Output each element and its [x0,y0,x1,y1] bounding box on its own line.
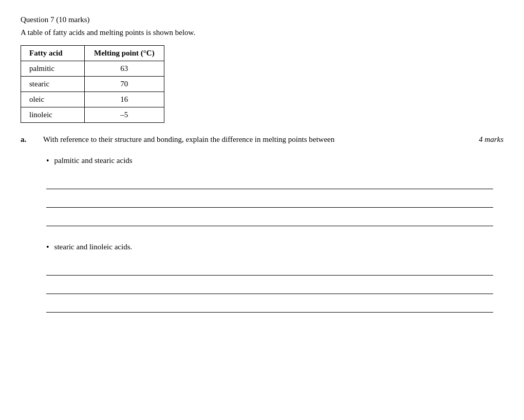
answer-line-1b[interactable] [46,189,493,208]
answer-line-1a[interactable] [46,171,493,189]
bullet-dot-1: • [46,156,49,166]
answer-line-2b[interactable] [46,276,493,294]
bullet-dot-2: • [46,243,49,252]
table-cell-acid-1: palmitic [21,61,85,77]
answer-line-1c[interactable] [46,208,493,226]
answer-line-2c[interactable] [46,294,493,313]
table-cell-acid-2: stearic [21,77,85,92]
answer-lines-2 [46,257,503,313]
table-cell-acid-4: linoleic [21,107,85,123]
bullet-section-2: • stearic and linoleic acids. [21,243,503,313]
part-a-text: With reference to their structure and bo… [41,135,469,144]
part-a-marks: 4 marks [469,135,503,144]
table-cell-acid-3: oleic [21,92,85,107]
table-row: stearic 70 [21,77,164,92]
bullet-text-2: stearic and linoleic acids. [54,243,133,251]
table-row: palmitic 63 [21,61,164,77]
table-cell-mp-2: 70 [84,77,164,92]
table-cell-mp-1: 63 [84,61,164,77]
question-header: Question 7 (10 marks) [21,15,503,24]
question-intro-text: A table of fatty acids and melting point… [21,28,195,36]
answer-line-2a[interactable] [46,257,493,276]
table-cell-mp-3: 16 [84,92,164,107]
part-a-label: a. [21,135,41,144]
fatty-acid-table: Fatty acid Melting point (°C) palmitic 6… [21,45,164,123]
table-row: linoleic –5 [21,107,164,123]
question-marks-header: (10 marks) [56,15,89,24]
question-intro: A table of fatty acids and melting point… [21,28,503,37]
bullet-text-1: palmitic and stearic acids [54,156,133,165]
table-cell-mp-4: –5 [84,107,164,123]
bullet-item-2: • stearic and linoleic acids. [46,243,503,252]
table-row: oleic 16 [21,92,164,107]
bullet-item-1: • palmitic and stearic acids [46,156,503,166]
table-header-melting: Melting point (°C) [84,46,164,61]
answer-lines-1 [46,171,503,226]
part-a-row: a. With reference to their structure and… [21,135,503,144]
question-number: Question 7 [21,15,54,24]
table-header-acid: Fatty acid [21,46,85,61]
question-part-a: a. With reference to their structure and… [21,135,503,313]
bullet-section-1: • palmitic and stearic acids [21,156,503,226]
